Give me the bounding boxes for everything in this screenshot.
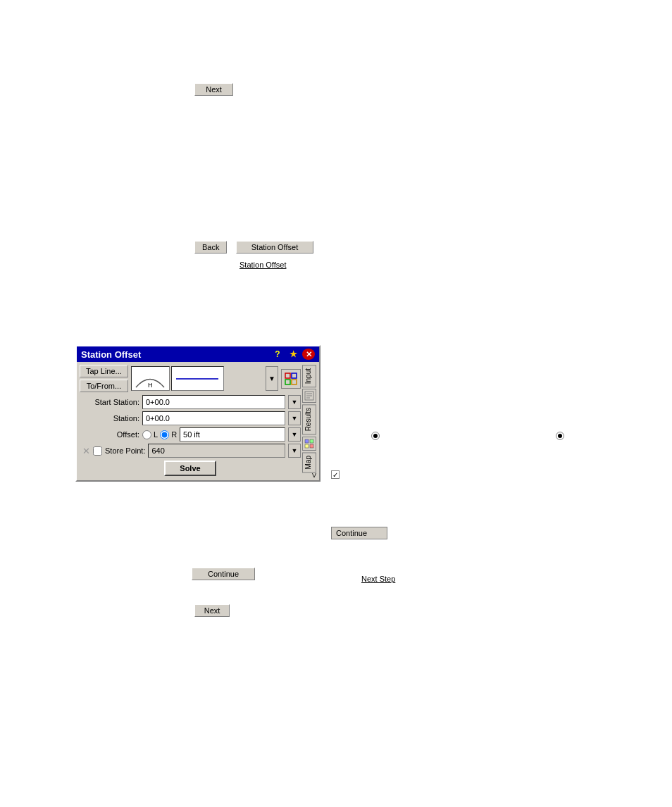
station-offset-link[interactable]: Station Offset [239,261,286,269]
svg-rect-4 [292,380,297,384]
offset-dropdown[interactable]: ▼ [288,427,301,442]
x-mark: ✕ [82,446,90,456]
toolbar-icon-btn[interactable] [281,369,301,389]
help-icon[interactable]: ? [271,349,284,360]
offset-r-label: R [171,430,177,439]
start-station-dropdown[interactable]: ▼ [288,395,301,409]
right-radio-2[interactable] [556,432,564,440]
tab-map[interactable]: Map [302,452,316,473]
solve-button[interactable]: Solve [164,461,216,476]
offset-l-label: L [154,430,158,439]
toolbar-dropdown[interactable]: ▼ [266,366,278,391]
right-radio-1[interactable] [371,432,380,440]
title-icons: ? ★ ✕ [271,349,315,360]
tap-line-button[interactable]: Tap Line... [80,365,128,377]
to-from-button[interactable]: To/From... [80,380,128,392]
preview-area: H V [131,366,263,391]
map-icon-btn[interactable] [302,437,316,451]
station-input[interactable] [142,411,285,425]
dialog-title: Station Offset [81,349,141,360]
curve-preview: H [131,366,170,391]
line-preview: V [171,366,224,391]
tab-results[interactable]: Results [302,404,316,434]
dialog-tabs: Input Results [302,365,316,477]
tab-input[interactable]: Input [302,365,316,387]
results-icon-btn[interactable] [302,389,316,403]
station-row: Station: ▼ [80,411,301,425]
svg-rect-2 [292,373,297,378]
continue-input-right: Continue [331,527,387,539]
solve-row: Solve [80,461,301,476]
store-point-label: Store Point: [105,446,145,455]
close-icon[interactable]: ✕ [302,349,315,360]
next-step-link[interactable]: Next Step [361,575,395,583]
station-label: Station: [80,414,139,423]
dialog-body: Tap Line... To/From... H V [77,362,319,480]
preview-v-label: V [312,472,316,479]
top-next-button[interactable]: Next [194,83,233,96]
dialog-titlebar: Station Offset ? ★ ✕ [77,346,319,362]
page-checkbox[interactable]: ✓ [331,470,340,479]
store-point-dropdown[interactable]: ▼ [288,444,301,458]
start-station-label: Start Station: [80,398,139,406]
offset-label: Offset: [80,430,139,439]
dialog-main: Tap Line... To/From... H V [80,365,301,477]
offset-radio-r[interactable] [160,430,169,439]
start-station-input[interactable] [142,395,285,409]
store-point-checkbox[interactable] [93,446,102,456]
svg-rect-9 [305,439,309,443]
svg-rect-12 [310,444,313,448]
store-point-row: ✕ Store Point: ▼ [80,444,301,458]
continue-button[interactable]: Continue [192,568,255,580]
station-offset-dialog: Station Offset ? ★ ✕ Tap Line... To/From… [75,345,321,482]
offset-radio-group: L R [142,430,177,439]
toolbar-row: Tap Line... To/From... H V [80,365,301,392]
star-icon[interactable]: ★ [287,349,299,360]
svg-rect-10 [310,439,313,443]
svg-rect-3 [285,380,290,384]
back-button[interactable]: Back [194,241,227,254]
offset-row: Offset: L R ▼ [80,427,301,442]
offset-radio-l[interactable] [142,430,151,439]
store-point-input[interactable] [148,444,285,458]
start-station-row: Start Station: ▼ [80,395,301,409]
bottom-next-button[interactable]: Next [194,604,230,617]
station-dropdown[interactable]: ▼ [288,411,301,425]
station-offset-button-mid[interactable]: Station Offset [236,241,313,254]
preview-h-label: H [148,382,153,389]
offset-input[interactable] [180,427,285,442]
svg-rect-11 [305,444,309,448]
svg-rect-1 [285,373,290,378]
